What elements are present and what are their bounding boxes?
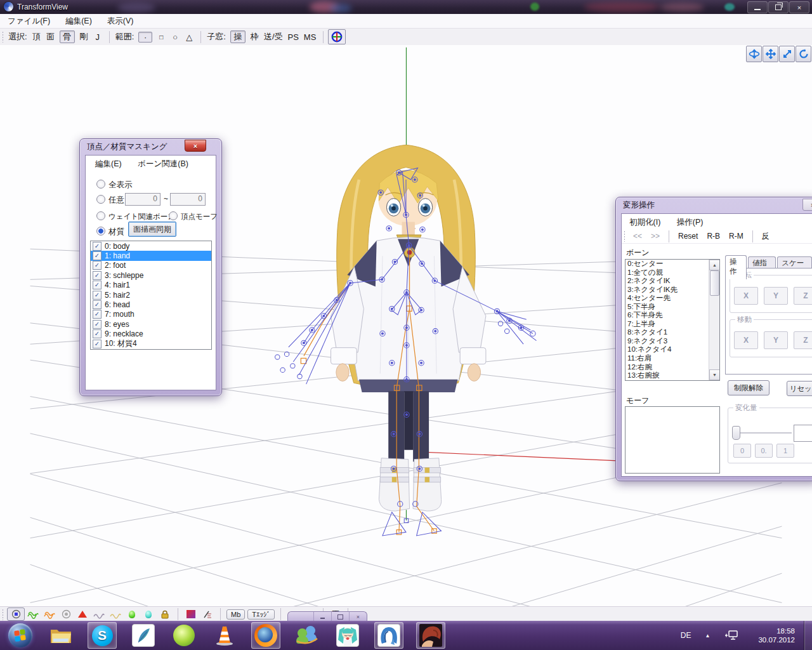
material-row[interactable]: ✓3: schleppe	[91, 270, 211, 280]
checkbox-checked-icon[interactable]: ✓	[93, 251, 102, 260]
select-marker-icon[interactable]	[7, 607, 25, 621]
close-button[interactable]: ×	[789, 1, 809, 13]
material-row[interactable]: ✓2: foot	[91, 261, 211, 270]
taskbar-icon-model-app[interactable]	[374, 622, 403, 649]
checkbox-checked-icon[interactable]: ✓	[93, 320, 102, 329]
taskbar-icon-explorer[interactable]	[47, 623, 75, 648]
taskbar-icon-anime-avatar[interactable]	[416, 622, 445, 649]
bone-item[interactable]: 13:右腕捩	[625, 371, 719, 380]
material-row[interactable]: ✓8: eyes	[91, 319, 211, 329]
checkbox-checked-icon[interactable]: ✓	[93, 242, 102, 251]
minimize-button[interactable]	[747, 1, 768, 13]
radio-material[interactable]: 材質	[96, 227, 124, 237]
menu-edit[interactable]: 編集(E)	[95, 159, 122, 168]
one-button[interactable]: 1	[776, 444, 794, 458]
select-j-button[interactable]: J	[93, 32, 102, 42]
childwin-ps-button[interactable]: PS	[288, 32, 299, 42]
minimized-child-window[interactable]: ×	[287, 611, 367, 621]
checkbox-checked-icon[interactable]: ✓	[93, 291, 102, 300]
zero-dot-button[interactable]: 0.	[755, 444, 773, 458]
gray-scribble-icon[interactable]	[91, 608, 107, 620]
tab-operate[interactable]: 操作	[725, 255, 747, 279]
prev-button[interactable]: <<	[633, 232, 642, 241]
taskbar-icon-limewire[interactable]	[170, 623, 198, 648]
close-button[interactable]: ×	[185, 140, 206, 152]
invert-button[interactable]: 反	[762, 231, 769, 242]
scrollbar-thumb[interactable]	[710, 270, 719, 296]
bone-item[interactable]: 0:センター	[625, 260, 719, 269]
menu-view[interactable]: 表示(V)	[100, 15, 141, 28]
material-row[interactable]: ✓10: 材質4	[91, 339, 211, 348]
language-indicator[interactable]: DE	[681, 631, 691, 640]
reset-button[interactable]: Reset	[678, 232, 698, 241]
checkbox-checked-icon[interactable]: ✓	[93, 340, 102, 348]
bone-item[interactable]: 5:下半身	[625, 303, 719, 312]
bone-item[interactable]: 4:センター先	[625, 294, 719, 303]
vertex-material-masking-dialog[interactable]: 頂点／材質マスキング × 編集(E) ボーン関連(B) 全表示 任意 0 ~ 0…	[79, 138, 222, 396]
material-row[interactable]: ✓4: hair1	[91, 281, 211, 290]
menu-file[interactable]: ファイル(F)	[0, 15, 58, 28]
hidden-icons-arrow[interactable]: ▲	[705, 633, 710, 639]
taskbar-icon-messenger[interactable]	[293, 623, 321, 648]
pen-lines-icon[interactable]	[199, 608, 216, 620]
bone-item[interactable]: 9:ネクタイ3	[625, 337, 719, 346]
red-square-icon[interactable]	[183, 608, 199, 620]
rm-button[interactable]: R-M	[729, 232, 743, 241]
green-scribble-icon[interactable]	[25, 608, 41, 620]
axis-target-icon[interactable]	[328, 29, 346, 44]
range-square-button[interactable]: □	[157, 34, 166, 41]
childwin-frame-button[interactable]: 枠	[250, 31, 259, 43]
material-row[interactable]: ✓7: mouth	[91, 310, 211, 319]
bone-item[interactable]: 10:ネクタイ4	[625, 345, 719, 354]
childwin-sendrecv-button[interactable]: 送/受	[264, 31, 283, 43]
range-circle-button[interactable]: ○	[171, 32, 180, 42]
gray-marker-icon[interactable]	[58, 608, 74, 620]
radio-vertex-morph[interactable]: 頂点モーフ	[169, 211, 218, 222]
range-to-field[interactable]: 0	[170, 193, 206, 206]
zoom-icon[interactable]	[779, 46, 795, 62]
select-rigid-button[interactable]: 剛	[79, 31, 88, 43]
taskbar-icon-firefox[interactable]	[251, 622, 280, 649]
red-triangle-icon[interactable]	[74, 608, 91, 620]
checkbox-checked-icon[interactable]: ✓	[93, 300, 102, 309]
close-button[interactable]: ×	[802, 199, 812, 211]
radio-any[interactable]: 任意	[96, 195, 124, 206]
slider-track[interactable]	[737, 432, 792, 434]
taskbar-icon-vlc[interactable]	[211, 623, 239, 648]
move-y-button[interactable]: Y	[764, 331, 788, 349]
pan-icon[interactable]	[763, 46, 778, 62]
network-icon[interactable]	[724, 630, 739, 641]
transform-operation-panel[interactable]: 変形操作 × 初期化(I) 操作(P) << >> Reset R-B R-M …	[615, 197, 812, 481]
material-list[interactable]: ✓0: body ✓1: hand ✓2: foot ✓3: schleppe …	[90, 241, 212, 350]
slider-thumb[interactable]	[732, 426, 740, 440]
rotate-y-button[interactable]: Y	[764, 287, 788, 305]
select-face-button[interactable]: 面	[46, 31, 55, 43]
radio-show-all[interactable]: 全表示	[96, 180, 133, 190]
taskbar-icon-feather-app[interactable]	[129, 623, 157, 648]
bone-item[interactable]: 7:上半身	[625, 320, 719, 329]
range-triangle-button[interactable]: △	[185, 32, 193, 42]
close-button[interactable]: ×	[349, 612, 367, 621]
taskbar-icon-skype[interactable]: S	[88, 622, 117, 649]
zero-button[interactable]: 0	[733, 444, 751, 458]
morph-list[interactable]	[625, 406, 720, 474]
material-row[interactable]: ✓5: hair2	[91, 290, 211, 300]
next-button[interactable]: >>	[651, 232, 660, 241]
checkbox-checked-icon[interactable]: ✓	[93, 261, 102, 270]
childwin-operate-button[interactable]: 操	[230, 30, 246, 43]
material-row[interactable]: ✓0: body	[91, 241, 211, 251]
move-x-button[interactable]: X	[734, 331, 758, 349]
cyan-light-icon[interactable]	[140, 608, 157, 620]
menu-bone-related[interactable]: ボーン関連(B)	[138, 159, 188, 168]
checkbox-checked-icon[interactable]: ✓	[93, 281, 102, 289]
orbit-icon[interactable]	[746, 46, 762, 62]
orange-scribble-icon[interactable]	[41, 608, 58, 620]
checkbox-checked-icon[interactable]: ✓	[93, 271, 102, 280]
checkbox-checked-icon[interactable]: ✓	[93, 329, 102, 338]
maximize-button[interactable]	[331, 612, 349, 621]
bone-item[interactable]: 6:下半身先	[625, 311, 719, 320]
tedge-toggle-button[interactable]: Tｴｯｼﾞ	[247, 609, 275, 620]
limit-release-button[interactable]: 制限解除	[728, 380, 769, 395]
bone-item[interactable]: 1:全ての親	[625, 269, 719, 277]
change-value-field[interactable]: 0.0	[794, 425, 812, 442]
